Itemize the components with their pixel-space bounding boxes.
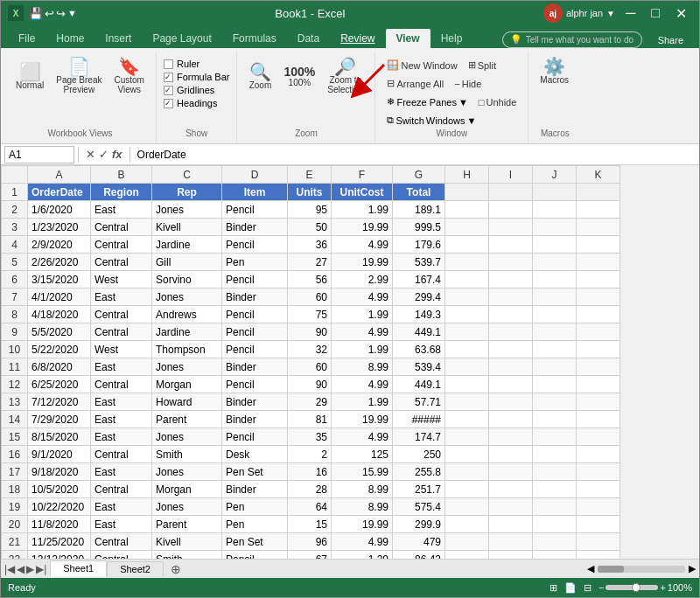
table-cell[interactable]: 67 [288, 551, 332, 560]
h-scrollbar[interactable] [598, 566, 685, 573]
table-cell[interactable]: 449.1 [393, 323, 445, 341]
table-cell[interactable]: 4.99 [332, 376, 393, 393]
table-cell[interactable]: 12/12/2020 [28, 551, 91, 560]
table-cell[interactable]: Jones [152, 498, 222, 516]
table-cell[interactable]: Pen [222, 516, 288, 533]
table-cell[interactable]: 4/1/2020 [28, 289, 91, 306]
table-cell[interactable]: Parent [152, 516, 222, 533]
switch-windows-button[interactable]: ⧉ Switch Windows ▼ [382, 112, 521, 129]
table-cell[interactable]: 19.99 [332, 411, 393, 428]
col-header-j[interactable]: J [533, 166, 577, 184]
table-cell[interactable]: 4.99 [332, 289, 393, 306]
zoom-in-icon[interactable]: + [660, 582, 665, 593]
sheet-tab-1[interactable]: Sheet1 [50, 560, 107, 577]
cell-a1[interactable]: OrderDate [28, 184, 91, 201]
table-cell[interactable]: 575.4 [393, 498, 445, 516]
col-header-k[interactable]: K [577, 166, 620, 184]
tab-help[interactable]: Help [430, 29, 473, 48]
custom-views-button[interactable]: 🔖 Custom Views [110, 55, 149, 97]
table-cell[interactable]: Central [91, 376, 152, 393]
zoom-slider[interactable] [606, 585, 658, 590]
table-cell[interactable]: 75 [288, 306, 332, 323]
table-cell[interactable]: 35 [288, 428, 332, 446]
table-cell[interactable]: 6/25/2020 [28, 376, 91, 393]
formula-cancel-icon[interactable]: ✕ [86, 148, 95, 161]
table-cell[interactable]: 8.99 [332, 498, 393, 516]
tab-home[interactable]: Home [46, 29, 94, 48]
hscroll-left[interactable]: ◀ [587, 563, 594, 574]
table-cell[interactable]: 539.4 [393, 358, 445, 376]
table-cell[interactable]: East [91, 201, 152, 219]
table-cell[interactable]: 36 [288, 236, 332, 254]
table-cell[interactable]: Jones [152, 463, 222, 481]
table-cell[interactable]: East [91, 498, 152, 516]
cell-f1[interactable]: UnitCost [332, 184, 393, 201]
table-cell[interactable]: 9/1/2020 [28, 446, 91, 463]
table-cell[interactable]: Jones [152, 201, 222, 219]
table-cell[interactable]: 8.99 [332, 358, 393, 376]
table-cell[interactable]: Pencil [222, 376, 288, 393]
table-cell[interactable]: 57.71 [393, 393, 445, 411]
table-cell[interactable]: Pencil [222, 236, 288, 254]
table-cell[interactable]: Pen Set [222, 533, 288, 551]
table-cell[interactable]: 149.3 [393, 306, 445, 323]
table-cell[interactable]: East [91, 516, 152, 533]
sheet-tab-2[interactable]: Sheet2 [107, 561, 164, 576]
table-cell[interactable]: ##### [393, 411, 445, 428]
formula-confirm-icon[interactable]: ✓ [99, 148, 108, 161]
cell-c1[interactable]: Rep [152, 184, 222, 201]
table-cell[interactable]: Jones [152, 289, 222, 306]
table-cell[interactable]: Jones [152, 428, 222, 446]
table-cell[interactable]: Pencil [222, 323, 288, 341]
table-cell[interactable]: Smith [152, 446, 222, 463]
close-button[interactable]: ✕ [670, 5, 692, 22]
gridlines-checkbox[interactable] [164, 86, 173, 95]
table-cell[interactable]: 7/29/2020 [28, 411, 91, 428]
table-cell[interactable]: 5/22/2020 [28, 341, 91, 358]
zoom-out-icon[interactable]: − [598, 582, 604, 593]
table-cell[interactable]: Binder [222, 219, 288, 236]
table-cell[interactable]: 6/8/2020 [28, 358, 91, 376]
table-cell[interactable]: Andrews [152, 306, 222, 323]
table-cell[interactable]: 10/5/2020 [28, 481, 91, 498]
new-window-button[interactable]: 🪟 New Window [382, 57, 461, 73]
table-cell[interactable]: Pencil [222, 306, 288, 323]
table-cell[interactable]: Central [91, 323, 152, 341]
status-view-normal[interactable]: ⊞ [550, 582, 557, 594]
zoom-100-button[interactable]: 100% 100% [279, 63, 319, 90]
table-cell[interactable]: Central [91, 219, 152, 236]
table-cell[interactable]: Pencil [222, 201, 288, 219]
table-cell[interactable]: Binder [222, 289, 288, 306]
table-cell[interactable]: Desk [222, 446, 288, 463]
table-cell[interactable]: Central [91, 446, 152, 463]
table-cell[interactable]: 1.99 [332, 341, 393, 358]
table-cell[interactable]: Central [91, 481, 152, 498]
search-tell-box[interactable]: 💡 Tell me what you want to do [502, 31, 642, 48]
table-cell[interactable]: Central [91, 551, 152, 560]
table-cell[interactable]: 19.99 [332, 516, 393, 533]
table-cell[interactable]: West [91, 271, 152, 289]
scroll-last-icon[interactable]: ▶| [36, 563, 46, 575]
table-cell[interactable]: 1.99 [332, 393, 393, 411]
table-cell[interactable]: Kivell [152, 219, 222, 236]
table-cell[interactable]: 4.99 [332, 533, 393, 551]
tab-formulas[interactable]: Formulas [222, 29, 287, 48]
table-cell[interactable]: Pen [222, 254, 288, 271]
table-cell[interactable]: West [91, 341, 152, 358]
col-header-f[interactable]: F [332, 166, 393, 184]
table-cell[interactable]: 4.99 [332, 428, 393, 446]
col-header-e[interactable]: E [288, 166, 332, 184]
col-header-a[interactable]: A [28, 166, 91, 184]
col-header-g[interactable]: G [393, 166, 445, 184]
table-cell[interactable]: Jones [152, 358, 222, 376]
tab-review[interactable]: Review [330, 29, 385, 48]
table-cell[interactable]: 255.8 [393, 463, 445, 481]
table-cell[interactable]: 15 [288, 516, 332, 533]
table-cell[interactable]: East [91, 428, 152, 446]
table-cell[interactable]: Thompson [152, 341, 222, 358]
table-cell[interactable]: 11/25/2020 [28, 533, 91, 551]
headings-checkbox[interactable] [164, 99, 173, 108]
table-cell[interactable]: 174.7 [393, 428, 445, 446]
table-cell[interactable]: East [91, 393, 152, 411]
table-cell[interactable]: East [91, 463, 152, 481]
